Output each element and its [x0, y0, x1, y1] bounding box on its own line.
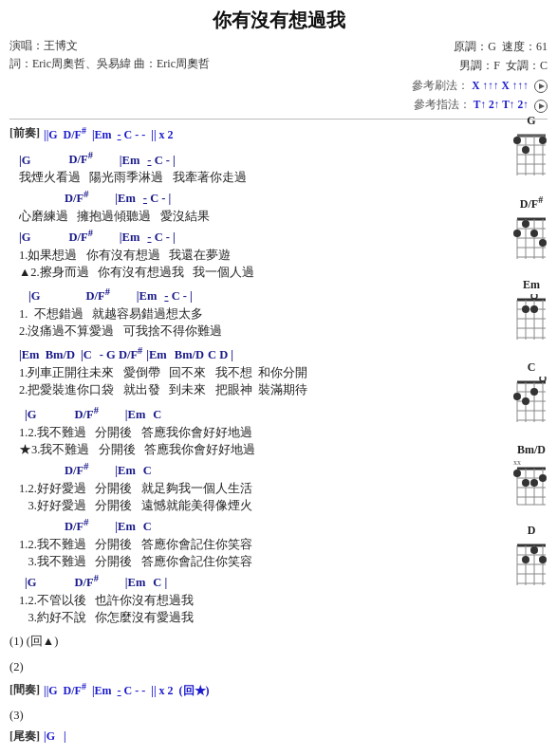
- svg-point-25: [539, 239, 547, 247]
- ref-finger-line: 參考指法： T↑ 2↑ T↑ 2↑: [412, 95, 548, 115]
- svg-point-22: [513, 230, 521, 237]
- svg-point-63: [530, 479, 538, 487]
- outro-section: [尾奏] |G |: [9, 728, 492, 746]
- song-body: [前奏] ||G D/F# |Em - C - - || x 2 |G D/F#…: [9, 123, 492, 746]
- svg-point-64: [539, 474, 547, 482]
- meta-right: 原調：G 速度：61 男調：F 女調：C 參考刷法： X ↑↑↑ X ↑↑↑ 參…: [412, 37, 548, 115]
- ref-method-line: 參考刷法： X ↑↑↑ X ↑↑↑: [412, 76, 548, 96]
- bridge-chord1: |G D/F# |Em C: [9, 403, 492, 425]
- chorus-lyric1a: 1.列車正開往未來 愛倒帶 回不來 我不想 和你分開: [9, 365, 492, 380]
- section-2-line: (2): [9, 658, 492, 676]
- bridge-lyric1a: 1.2.我不難過 分開後 答應我你會好好地過: [9, 425, 492, 440]
- section-1-line: (1) (回▲): [9, 633, 492, 651]
- bridge-chord2: D/F# |Em C: [9, 459, 492, 481]
- header-divider: [9, 119, 548, 120]
- svg-point-50: [530, 388, 538, 396]
- svg-point-24: [530, 230, 538, 237]
- verse1-chord3: |G D/F# |Em - C - |: [9, 226, 492, 248]
- section-3-line: (3): [9, 707, 492, 725]
- svg-point-12: [539, 137, 547, 144]
- verse1-chord1: |G D/F# |Em - C - |: [9, 148, 492, 170]
- bridge-lyric3a: 1.2.我不難過 分開後 答應你會記住你笑容: [9, 537, 492, 552]
- meta-left: 演唱：王博文 詞：Eric周奧哲、吳易緯 曲：Eric周奧哲: [9, 37, 210, 73]
- svg-point-61: [513, 470, 521, 477]
- outro-chords: |G |: [44, 728, 66, 746]
- interlude-label: [間奏]: [9, 681, 40, 699]
- verse1-lyric4b: 2.沒痛過不算愛過 可我捨不得你難過: [9, 323, 492, 339]
- svg-point-35: [531, 294, 537, 299]
- play-finger-btn[interactable]: [534, 100, 548, 113]
- intro-section: [前奏] ||G D/F# |Em - C - - || x 2: [9, 123, 492, 144]
- svg-point-62: [522, 479, 529, 487]
- svg-point-37: [530, 305, 538, 313]
- key-tempo-line: 原調：G 速度：61: [412, 37, 548, 56]
- bridge-lyric2a: 1.2.好好愛過 分開後 就足夠我一個人生活: [9, 481, 492, 496]
- svg-point-10: [513, 137, 521, 144]
- bridge-lyric3b: 3.我不難過 分開後 答應你會記住你笑容: [9, 554, 492, 569]
- interlude-section: [間奏] ||G D/F# |Em - C - - || x 2 (回★): [9, 679, 492, 700]
- chord-diagrams: G D/F#: [513, 114, 549, 587]
- svg-text:xx: xx: [513, 459, 521, 467]
- verse1-lyric3b: ▲2.擦身而過 你有沒有想過我 我一個人過: [9, 265, 492, 280]
- chord-C: C: [513, 360, 549, 426]
- outro-label: [尾奏]: [9, 728, 40, 746]
- svg-point-76: [539, 556, 547, 563]
- svg-point-49: [522, 397, 529, 405]
- bridge-chord4: |G D/F# |Em C |: [9, 571, 492, 593]
- interlude-chords: ||G D/F# |Em - C - - || x 2 (回★): [44, 679, 210, 700]
- verse1-lyric3a: 1.如果想過 你有沒有想過 我還在夢遊: [9, 248, 492, 263]
- chord-D: D: [513, 524, 549, 587]
- bridge-chord3: D/F# |Em C: [9, 515, 492, 537]
- chord-G: G: [513, 114, 549, 177]
- lyricist-line: 詞：Eric周奧哲、吳易緯 曲：Eric周奧哲: [9, 55, 210, 73]
- intro-label: [前奏]: [9, 124, 40, 142]
- song-title: 你有沒有想過我: [9, 8, 548, 33]
- verse1-chord4: |G D/F# |Em - C - |: [9, 285, 492, 306]
- chord-BmD: Bm/D xx: [513, 443, 549, 507]
- meta-row: 演唱：王博文 詞：Eric周奧哲、吳易緯 曲：Eric周奧哲 原調：G 速度：6…: [9, 37, 548, 115]
- chorus-chord1: |Em Bm/D |C - G D/F# |Em Bm/D C D |: [9, 343, 492, 365]
- bridge-lyric2b: 3.好好愛過 分開後 遠憾就能美得像煙火: [9, 498, 492, 513]
- svg-point-36: [522, 305, 529, 313]
- intro-chords: ||G D/F# |Em - C - - || x 2: [44, 123, 174, 144]
- chord-DFsharp: D/F#: [513, 194, 549, 261]
- bridge-lyric1b: ★3.我不難過 分開後 答應我你會好好地過: [9, 442, 492, 457]
- singer-line: 演唱：王博文: [9, 37, 210, 55]
- svg-point-23: [522, 220, 529, 228]
- svg-point-47: [540, 377, 546, 381]
- bridge-lyric4a: 1.2.不管以後 也許你沒有想過我: [9, 593, 492, 608]
- verse1-chord2: D/F# |Em - C - |: [9, 187, 492, 209]
- verse1-lyric2: 心磨練過 擁抱過傾聽過 愛沒結果: [9, 209, 492, 224]
- verse1-lyric1: 我煙火看過 陽光雨季淋過 我牽著你走過: [9, 170, 492, 185]
- svg-point-75: [530, 546, 538, 554]
- play-method-btn[interactable]: [534, 80, 548, 93]
- bridge-lyric4b: 3.約好不說 你怎麼沒有愛過我: [9, 610, 492, 625]
- svg-point-11: [522, 146, 529, 154]
- chord-Em: Em: [513, 278, 549, 343]
- chorus-lyric1b: 2.把愛裝進你口袋 就出發 到未來 把眼神 裝滿期待: [9, 382, 492, 397]
- svg-point-74: [522, 556, 529, 563]
- verse1-lyric4a: 1. 不想錯過 就越容易錯過想太多: [9, 306, 492, 322]
- key-gender-line: 男調：F 女調：C: [412, 56, 548, 75]
- svg-point-48: [513, 393, 521, 400]
